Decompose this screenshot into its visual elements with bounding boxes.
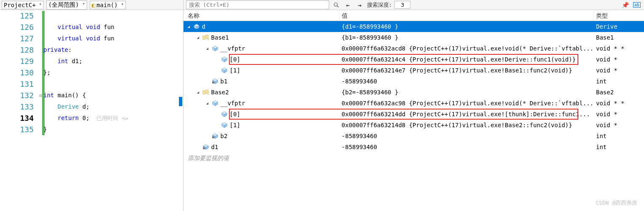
watch-row[interactable]: ◢__vfptr0x00007ff6a632acd8 {ProjectC++(1… xyxy=(184,43,644,54)
project-combo[interactable]: ProjectC+ xyxy=(2,1,44,9)
row-type-text: void * xyxy=(593,65,644,76)
row-name-text: [1] xyxy=(230,65,240,76)
cube-icon xyxy=(211,100,219,107)
watch-row[interactable]: b1-858993460int xyxy=(184,76,644,87)
row-type-text: Base2 xyxy=(593,87,644,98)
expander-icon[interactable]: ◢ xyxy=(195,35,201,40)
svg-point-25 xyxy=(207,93,209,94)
hex-toggle-icon[interactable]: ab xyxy=(632,1,641,9)
watch-row[interactable]: ◢__vfptr0x00007ff6a632ac98 {ProjectC++(1… xyxy=(184,98,644,109)
row-value-text: {d1=-858993460 } xyxy=(339,21,593,32)
lock-icon xyxy=(211,133,219,139)
watch-toolbar: ← → 搜索深度: 📌 ab xyxy=(184,0,644,10)
watch-row[interactable]: [0]0x00007ff6a63214c4 {ProjectC++(17)vir… xyxy=(184,54,644,65)
scroll-thumb[interactable] xyxy=(179,97,182,106)
row-value-text: 0x00007ff6a632acd8 {ProjectC++(17)virtua… xyxy=(339,43,593,54)
cube-icon xyxy=(221,111,228,118)
scope-combo[interactable]: (全局范围) xyxy=(46,0,87,10)
row-value-text: 0x00007ff6a63214e7 {ProjectC++(17)virtua… xyxy=(339,65,593,76)
col-header-name[interactable]: 名称 xyxy=(184,10,339,21)
row-value-text: -858993460 xyxy=(339,142,593,152)
watermark: CSDN @西西弗质 xyxy=(596,199,637,207)
cube-icon xyxy=(221,122,228,128)
svg-rect-6 xyxy=(202,36,205,39)
row-type-text: int xyxy=(593,76,644,87)
struct-icon xyxy=(202,89,210,96)
row-name-text: b2 xyxy=(221,131,228,142)
cube-icon xyxy=(221,67,228,74)
svg-point-1 xyxy=(334,3,337,6)
row-name-text: Base1 xyxy=(211,32,229,43)
row-name-text: [0] xyxy=(230,54,240,65)
row-value-text: 0x00007ff6a63214c4 {ProjectC++(17)virtua… xyxy=(339,54,593,65)
row-name-text: d1 xyxy=(211,142,218,152)
row-type-text: void * * xyxy=(593,98,644,109)
watch-row[interactable]: [1]0x00007ff6a63214d8 {ProjectC++(17)vir… xyxy=(184,120,644,131)
watch-row[interactable]: [0]0x00007ff6a63214dd {ProjectC++(17)vir… xyxy=(184,109,644,120)
row-type-text: void * xyxy=(593,109,644,120)
nav-forward-icon[interactable]: → xyxy=(355,1,365,9)
row-name-text: __vfptr xyxy=(221,43,245,54)
nav-back-icon[interactable]: ← xyxy=(343,1,353,9)
row-value-text: 0x00007ff6a63214dd {ProjectC++(17)virtua… xyxy=(339,109,593,120)
watch-row[interactable]: b2-858993460int xyxy=(184,131,644,142)
add-watch-placeholder[interactable]: 添加要监视的项 xyxy=(184,152,644,163)
pin-icon[interactable]: 📌 xyxy=(620,1,630,9)
row-type-text: int xyxy=(593,142,644,152)
search-icon[interactable] xyxy=(332,1,341,9)
search-input[interactable] xyxy=(186,0,329,9)
watch-row[interactable]: ◢d{d1=-858993460 }Derive xyxy=(184,21,644,32)
row-name-text: [0] xyxy=(230,109,240,120)
line-number-gutter: 125126127128129130131132133134135 xyxy=(0,10,38,211)
watch-row[interactable]: [1]0x00007ff6a63214e7 {ProjectC++(17)vir… xyxy=(184,65,644,76)
code-toolbar: ProjectC+ (全局范围) ◧main() xyxy=(0,0,183,10)
code-body: 125126127128129130131132133134135 ⊟ virt… xyxy=(0,10,183,211)
depth-label: 搜索深度: xyxy=(367,1,392,9)
svg-line-2 xyxy=(337,5,338,7)
lock-icon xyxy=(202,144,210,150)
expander-icon[interactable]: ◢ xyxy=(205,45,210,51)
row-value-text: {b2=-858993460 } xyxy=(339,87,593,98)
row-type-text: Derive xyxy=(593,21,644,32)
expander-icon[interactable]: ◢ xyxy=(186,24,192,29)
row-value-text: 0x00007ff6a632ac98 {ProjectC++(17)virtua… xyxy=(339,98,593,109)
code-lines[interactable]: virtual void fun virtual void funprivate… xyxy=(43,10,183,211)
row-name-text: Base2 xyxy=(211,87,229,98)
code-editor-panel: ProjectC+ (全局范围) ◧main() 125126127128129… xyxy=(0,0,184,211)
row-name-text: d xyxy=(202,21,205,32)
row-value-text: -858993460 xyxy=(339,76,593,87)
depth-input[interactable] xyxy=(394,1,410,9)
col-header-type[interactable]: 类型 xyxy=(593,10,644,21)
watch-row[interactable]: ◢Base1{b1=-858993460 }Base1 xyxy=(184,32,644,43)
row-name-text: b1 xyxy=(221,76,228,87)
combo-label: (全局范围) xyxy=(48,1,79,8)
svg-rect-23 xyxy=(202,91,205,94)
watch-body: ◢d{d1=-858993460 }Derive◢Base1{b1=-85899… xyxy=(184,21,644,211)
svg-point-8 xyxy=(207,38,209,40)
cube-icon xyxy=(211,45,219,52)
row-value-text: -858993460 xyxy=(339,131,593,142)
cube-icon: ◧ xyxy=(92,2,95,8)
expander-icon[interactable]: ◢ xyxy=(205,100,210,106)
row-type-text: int xyxy=(593,131,644,142)
row-type-text: void * * xyxy=(593,43,644,54)
struct-icon xyxy=(202,34,210,41)
combo-label: ProjectC+ xyxy=(4,2,36,8)
expander-icon[interactable]: ◢ xyxy=(195,89,201,95)
col-header-value[interactable]: 值 xyxy=(339,10,593,21)
row-name-text: [1] xyxy=(230,120,240,131)
row-type-text: void * xyxy=(593,54,644,65)
function-combo[interactable]: ◧main() xyxy=(90,1,126,9)
watch-row[interactable]: d1-858993460int xyxy=(184,142,644,152)
watch-header: 名称 值 类型 xyxy=(184,10,644,21)
cube-icon xyxy=(221,56,228,63)
row-value-text: 0x00007ff6a63214d8 {ProjectC++(17)virtua… xyxy=(339,120,593,131)
row-type-text: void * xyxy=(593,120,644,131)
lock-icon xyxy=(211,78,219,85)
row-name-text: __vfptr xyxy=(221,98,245,109)
row-type-text: Base1 xyxy=(593,32,644,43)
watch-panel: ← → 搜索深度: 📌 ab 名称 值 类型 ◢d{d1=-858993460 … xyxy=(184,0,644,211)
cube-icon xyxy=(193,23,200,30)
watch-row[interactable]: ◢Base2{b2=-858993460 }Base2 xyxy=(184,87,644,98)
combo-label: main() xyxy=(96,2,118,8)
